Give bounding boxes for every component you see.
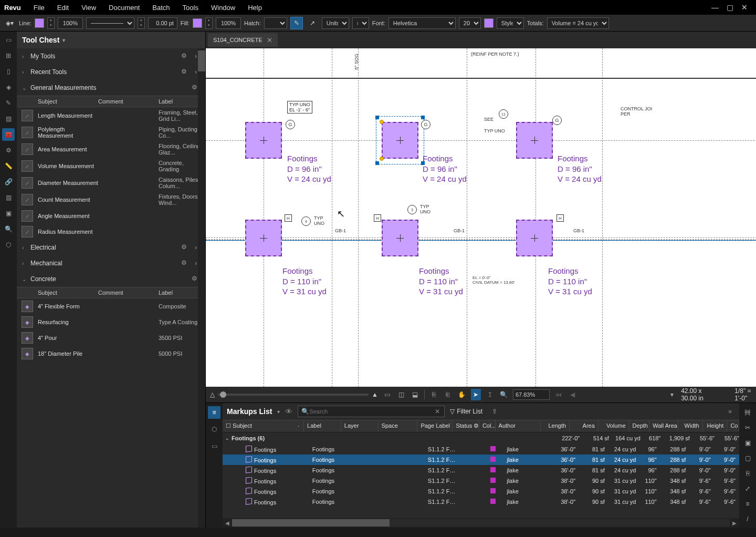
export-icon[interactable]: ⇪	[492, 408, 497, 415]
section-my-tools[interactable]: ›My Tools⚙›	[17, 48, 205, 64]
section-mechanical[interactable]: ›Mechanical⚙›	[17, 255, 205, 271]
highlighter-icon[interactable]: ✎	[290, 17, 303, 29]
col-width[interactable]: Width	[678, 420, 703, 432]
section-general-measurements[interactable]: ⌄General Measurements⚙	[17, 80, 205, 96]
copy-icon[interactable]: ⎘	[741, 467, 754, 480]
markups-row[interactable]: FootingsFootingsS1.1.2 FOUN...jlake38'-0…	[223, 476, 739, 486]
markups-search[interactable]: 🔍 ✕	[298, 406, 445, 417]
split-v-icon[interactable]: ◫	[396, 389, 406, 400]
resize-handle[interactable]	[375, 116, 379, 119]
window-close[interactable]: ✕	[737, 3, 752, 12]
cut-icon[interactable]: ✂	[741, 421, 754, 434]
menu-file[interactable]: File	[27, 4, 51, 12]
forms-icon[interactable]: ▤	[2, 112, 15, 125]
3d-markups-icon[interactable]: ⬡	[208, 423, 220, 436]
tool-row[interactable]: ◈ResurfacingType A Coating	[17, 314, 205, 330]
col-pagelabel[interactable]: Page Label	[417, 420, 453, 432]
zoom-input[interactable]	[513, 389, 550, 400]
footing-markup[interactable]	[516, 122, 553, 159]
group-icon[interactable]: ▣	[741, 437, 754, 449]
markups-row[interactable]: FootingsFootingsS1.1.2 FOUN...jlake36'-0…	[223, 444, 739, 455]
canvas[interactable]: (REINF PER NOTE 7.) 5" SOG TYP UNOEL -1'…	[206, 48, 756, 387]
col-wallarea[interactable]: Wall Area	[649, 420, 678, 432]
tool-row[interactable]: ⟋Area MeasurementFlooring, Ceiling, Glaz…	[17, 141, 205, 158]
footing-markup[interactable]	[245, 122, 282, 159]
col-status[interactable]: Status ⚙	[453, 420, 479, 432]
scroll-left-icon[interactable]: ◀	[223, 520, 232, 526]
bookmarks-icon[interactable]: ▯	[2, 65, 15, 78]
line-style-select[interactable]: ────────	[86, 17, 134, 29]
links-icon[interactable]: 🔗	[2, 175, 15, 188]
measurements-icon[interactable]: 📏	[2, 160, 15, 172]
col-author[interactable]: Author	[496, 420, 541, 432]
section-electrical[interactable]: ›Electrical⚙›	[17, 240, 205, 255]
col-volume[interactable]: Volume	[598, 420, 629, 432]
tool-row[interactable]: ⟋Polylength MeasurementPiping, Ducting, …	[17, 124, 205, 141]
3d-icon[interactable]: ⬡	[2, 239, 15, 251]
text-select-icon[interactable]: 𝙸	[485, 389, 495, 400]
footing-markup[interactable]	[516, 220, 553, 256]
tool-chest-header[interactable]: Tool Chest ▾	[17, 32, 205, 48]
prev-page-icon[interactable]: ◀	[568, 389, 578, 400]
expand-icon[interactable]: »	[725, 408, 735, 415]
text-color-swatch[interactable]	[484, 18, 494, 28]
footing-markup[interactable]	[382, 220, 418, 256]
arrow-icon[interactable]: ↗	[306, 17, 319, 29]
menu-tools[interactable]: Tools	[176, 4, 205, 12]
split-icon[interactable]: ⤢	[741, 482, 754, 495]
split-h-icon[interactable]: ⬓	[410, 389, 420, 400]
tool-row[interactable]: ⟋Length MeasurementFraming, Steel, Grid …	[17, 107, 205, 124]
tool-chest-icon[interactable]: 🧰	[2, 128, 15, 141]
col-depth[interactable]: Depth	[629, 420, 650, 432]
col-layer[interactable]: Layer	[341, 420, 379, 432]
studio-icon[interactable]: ▣	[2, 207, 15, 220]
tool-row[interactable]: ◈18" Diameter Pile5000 PSI	[17, 346, 205, 362]
first-page-icon[interactable]: ⏮	[554, 389, 564, 400]
pan-icon[interactable]: ✋	[457, 389, 467, 400]
line-opacity-input[interactable]	[58, 17, 83, 29]
page-next-icon[interactable]: ⎗	[443, 389, 453, 400]
line-icon[interactable]: /	[741, 513, 754, 525]
section-concrete[interactable]: ⌄Concrete⚙	[17, 271, 205, 287]
markups-row[interactable]: FootingsFootingsS1.1.2 FOUN...jlake36'-0…	[223, 465, 739, 476]
units-select[interactable]: Units	[322, 17, 349, 29]
window-minimize[interactable]: —	[708, 3, 722, 12]
footing-markup[interactable]	[245, 220, 282, 256]
markups-row[interactable]: FootingsFootingsS1.1.2 FOUN...jlake38'-0…	[223, 486, 739, 497]
resize-handle[interactable]	[421, 116, 425, 119]
page-menu-icon[interactable]: ▾	[667, 389, 677, 400]
fill-opacity-input[interactable]	[216, 17, 241, 29]
menu-view[interactable]: View	[75, 4, 102, 12]
line-weight-input[interactable]	[148, 17, 177, 29]
tab-overflow-icon[interactable]: ▾	[751, 36, 756, 44]
cube-dropdown-icon[interactable]: ◈▾	[3, 17, 16, 29]
search-input[interactable]	[309, 408, 434, 415]
fill-color-swatch[interactable]	[193, 18, 202, 28]
page-prev-icon[interactable]: ⎘	[429, 389, 439, 400]
menu-batch[interactable]: Batch	[146, 4, 176, 12]
markups-group[interactable]: ⌄Footings (6)222'-0"514 sf164 cu yd618"1…	[223, 432, 739, 444]
markups-hscroll[interactable]: ◀ ▶	[223, 518, 739, 528]
clear-search-icon[interactable]: ✕	[434, 408, 441, 415]
menu-document[interactable]: Document	[102, 4, 146, 12]
markups-row[interactable]: FootingsFootingsS1.1.2 FOUN...jlake36'-0…	[223, 455, 739, 465]
zoom-icon[interactable]: 🔍	[499, 389, 509, 400]
footing-markup-selected[interactable]	[382, 122, 418, 159]
line-weight-stepper[interactable]: ▴▾	[138, 17, 145, 29]
col-area[interactable]: Area	[570, 420, 598, 432]
properties-icon[interactable]: ⚙	[2, 144, 15, 157]
dimmer-slider[interactable]: △ ▲	[210, 391, 378, 398]
gear-icon[interactable]: ⚙	[181, 243, 190, 252]
tool-row[interactable]: ⟋Radius Measurement	[17, 224, 205, 240]
file-access-icon[interactable]: ▭	[2, 34, 15, 46]
tool-row[interactable]: ◈4" Flexible FormComposite	[17, 298, 205, 314]
line-color-swatch[interactable]	[35, 18, 44, 28]
flags-icon[interactable]: ▭	[208, 440, 220, 452]
tool-row[interactable]: ◈4" Pour3500 PSI	[17, 330, 205, 346]
window-maximize[interactable]: ▢	[722, 3, 737, 12]
gear-icon[interactable]: ⚙	[181, 68, 190, 76]
filter-button[interactable]: ▽ Filter List	[450, 408, 482, 415]
scrollbar-thumb[interactable]	[198, 50, 205, 71]
formula-icon[interactable]: ≡	[741, 498, 754, 510]
anchor-handle[interactable]	[380, 120, 384, 124]
